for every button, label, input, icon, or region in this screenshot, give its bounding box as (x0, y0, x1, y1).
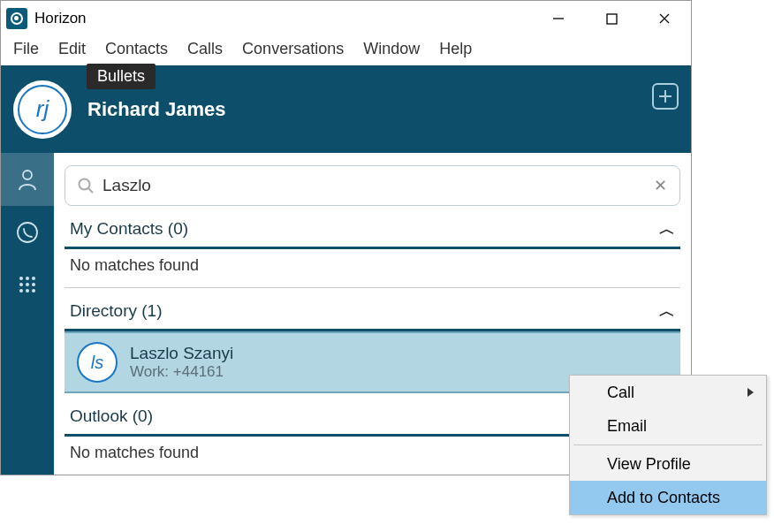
svg-rect-1 (607, 14, 617, 24)
sidebar-dialpad-icon[interactable] (1, 259, 54, 312)
menu-help[interactable]: Help (439, 40, 472, 58)
ctx-email[interactable]: Email (570, 409, 766, 443)
app-title: Horizon (34, 10, 532, 27)
menu-conversations[interactable]: Conversations (242, 40, 344, 58)
menubar: File Edit Contacts Calls Conversations W… (1, 36, 691, 65)
avatar-initials: rj (36, 95, 49, 123)
user-name: Richard James (87, 98, 226, 121)
minimize-button[interactable] (532, 1, 585, 36)
contact-detail: Work: +44161 (130, 363, 233, 381)
svg-point-10 (32, 277, 35, 280)
ctx-view-profile[interactable]: View Profile (570, 447, 766, 481)
section-title: Directory (1) (70, 301, 163, 321)
user-avatar[interactable]: rj (13, 80, 72, 139)
svg-point-7 (18, 223, 37, 242)
search-input[interactable] (102, 176, 645, 195)
menu-edit[interactable]: Edit (58, 40, 86, 58)
menu-calls[interactable]: Calls (187, 40, 223, 58)
ctx-add-to-contacts[interactable]: Add to Contacts (570, 481, 766, 514)
search-icon (78, 178, 94, 194)
svg-point-9 (26, 277, 29, 280)
contact-avatar: ls (77, 342, 118, 383)
section-title: Outlook (0) (70, 407, 153, 426)
menu-window[interactable]: Window (363, 40, 420, 58)
sidebar-contacts-icon[interactable] (1, 153, 54, 206)
contact-name: Laszlo Szanyi (130, 344, 233, 363)
app-icon (6, 8, 27, 29)
chevron-up-icon: ︿ (659, 300, 675, 322)
close-button[interactable] (638, 1, 691, 36)
section-directory[interactable]: Directory (1) ︿ (64, 288, 680, 329)
context-menu: Call Email View Profile Add to Contacts (569, 375, 767, 515)
no-matches-text: No matches found (64, 249, 680, 288)
window-controls (532, 1, 691, 36)
contact-info: Laszlo Szanyi Work: +44161 (130, 344, 233, 381)
sidebar (1, 153, 54, 475)
profile-header: Bullets rj Richard James (1, 65, 691, 153)
menu-file[interactable]: File (13, 40, 39, 58)
svg-point-8 (19, 277, 23, 280)
avatar-initials: ls (91, 353, 103, 373)
search-box[interactable]: ✕ (64, 165, 680, 206)
svg-point-11 (19, 283, 23, 286)
svg-point-14 (19, 289, 23, 293)
menu-contacts[interactable]: Contacts (105, 40, 168, 58)
ctx-call[interactable]: Call (570, 376, 766, 409)
section-my-contacts[interactable]: My Contacts (0) ︿ (64, 206, 680, 247)
bullets-tooltip: Bullets (87, 64, 156, 89)
svg-point-12 (26, 283, 29, 286)
titlebar: Horizon (1, 1, 691, 36)
maximize-button[interactable] (585, 1, 638, 36)
sidebar-history-icon[interactable] (1, 206, 54, 259)
chevron-up-icon: ︿ (659, 218, 675, 239)
svg-point-16 (32, 289, 35, 293)
svg-point-17 (80, 179, 90, 190)
separator (573, 445, 763, 445)
svg-point-6 (23, 171, 32, 179)
svg-point-13 (32, 283, 35, 286)
clear-icon[interactable]: ✕ (654, 176, 667, 195)
svg-point-15 (26, 289, 29, 293)
add-button[interactable] (652, 83, 679, 110)
section-title: My Contacts (0) (70, 219, 188, 239)
svg-line-18 (88, 188, 93, 193)
